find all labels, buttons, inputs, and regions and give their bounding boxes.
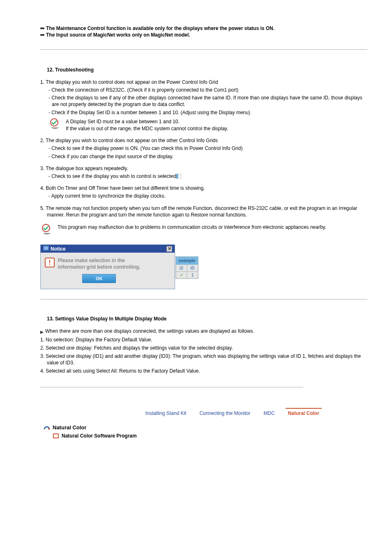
col-id: ID [187,265,198,272]
top-note-1-text: The Maintenance Control function is avai… [46,25,274,31]
trouble-item-1: 1. The display you wish to control does … [40,79,367,132]
info-text: A Display Set ID must be a value between… [66,118,228,132]
item-lead: 2. The display you wish to control does … [40,138,367,143]
info-text-content: A Display Set ID must be a value between… [66,118,228,132]
notice-msg-line1: Please make selection in the [58,258,141,264]
nc-title-text: Natural Color [53,424,86,431]
sub-item: - Check to see if the display power is O… [48,145,367,152]
ok-button[interactable]: OK [82,274,116,283]
check-mark-icon [40,224,53,237]
trouble-item-3: 3. The dialogue box appears repeatedly. … [40,166,367,180]
example-grid: example ☑ ID ✓ 1 [175,256,198,279]
s13-item-4: 4. Selected all sets using Select All: R… [40,368,367,374]
svg-rect-2 [176,174,178,178]
notice-body: ! Please make selection in the informati… [41,253,175,288]
tab-mdc[interactable]: MDC [261,408,277,418]
natural-color-block: Natural Color Natural Color Software Pro… [44,424,367,439]
nc-title: Natural Color [44,424,367,431]
svg-rect-12 [54,434,58,438]
nc-sub: Natural Color Software Program [53,433,367,439]
sub-item: - Check to see if the display you wish t… [48,173,367,180]
item-lead: 1. The display you wish to control does … [40,79,367,85]
info-row-2: This program may malfunction due to prob… [40,224,367,237]
val-id: 1 [187,272,198,279]
grid-selection-icon [179,174,184,179]
trouble-item-4: 4. Both On Timer and Off Timer have been… [40,185,367,199]
divider [40,49,367,50]
trouble-item-5: 5. The remote may not function properly … [40,205,367,218]
s13-lead: When there are more than one displays co… [40,328,367,334]
section-12-title: 12. Troubleshooting [47,67,367,73]
s13-item-1: 1. No selection: Displays the Factory De… [40,336,367,343]
example-label: example [176,257,198,265]
app-icon [43,246,49,252]
nav-tabs: Installing Stand Kit Connecting the Moni… [143,408,367,419]
dash-icon [40,34,44,36]
item-lead: 5. The remote may not function properly … [40,205,367,218]
divider [40,299,367,299]
svg-text:!: ! [48,259,51,266]
arrow-right-icon [40,329,44,333]
natural-color-icon [44,424,50,430]
col-check: ☑ [176,265,187,272]
item-lead: 4. Both On Timer and Off Timer have been… [40,185,367,191]
section-13-title: 13. Settings Value Display In Multiple D… [47,316,367,322]
s13-item-3: 3. Selected one display (ID1) and add an… [40,353,367,366]
check-mark-icon [48,118,62,131]
tab-connecting-monitor[interactable]: Connecting the Monitor [197,408,253,418]
s13-lead-text: When there are more than one displays co… [45,328,254,334]
info-row: A Display Set ID must be a value between… [48,118,367,132]
warning-icon: ! [45,258,55,267]
close-icon[interactable]: ✕ [166,246,172,252]
sub-item: - Check the displays to see if any of th… [48,94,367,108]
sub-item: - Check if you can change the input sour… [48,153,367,160]
notice-title-bar: Notice ✕ [41,245,175,253]
trouble-item-2: 2. The display you wish to control does … [40,138,367,159]
tab-installing-stand-kit[interactable]: Installing Stand Kit [143,408,189,418]
s13-item-2: 2. Selected one display: Fetches and dis… [40,345,367,351]
val-check: ✓ [176,272,187,279]
svg-rect-7 [44,246,48,250]
software-program-icon [53,433,59,439]
svg-point-10 [48,428,50,430]
svg-point-5 [42,224,50,232]
notice-title-text: Notice [51,246,66,252]
svg-point-0 [51,119,58,126]
info-text: This program may malfunction due to prob… [58,224,326,231]
dash-icon [40,28,44,29]
sub-item: - Check the connection of RS232C. (Check… [48,87,367,93]
sub-item: - Check if the Display Set ID is a numbe… [48,109,367,116]
top-note-2: The Input source of MagicNet works only … [40,32,367,38]
svg-rect-4 [178,176,181,178]
top-note-1: The Maintenance Control function is avai… [40,25,367,31]
sub-item-text: - Check to see if the display you wish t… [48,173,177,179]
notice-msg-line2: information grid before controlling. [58,264,141,271]
divider [40,387,303,387]
item-lead: 3. The dialogue box appears repeatedly. [40,166,367,171]
tab-natural-color[interactable]: Natural Color [286,408,322,418]
nc-sub-text: Natural Color Software Program [62,433,137,439]
svg-rect-3 [178,174,181,175]
top-note-2-text: The Input source of MagicNet works only … [46,32,190,38]
notice-dialog: Notice ✕ ! Please make selection in the … [40,244,175,289]
sub-item: - Apply current time to synchronize the … [48,193,367,199]
